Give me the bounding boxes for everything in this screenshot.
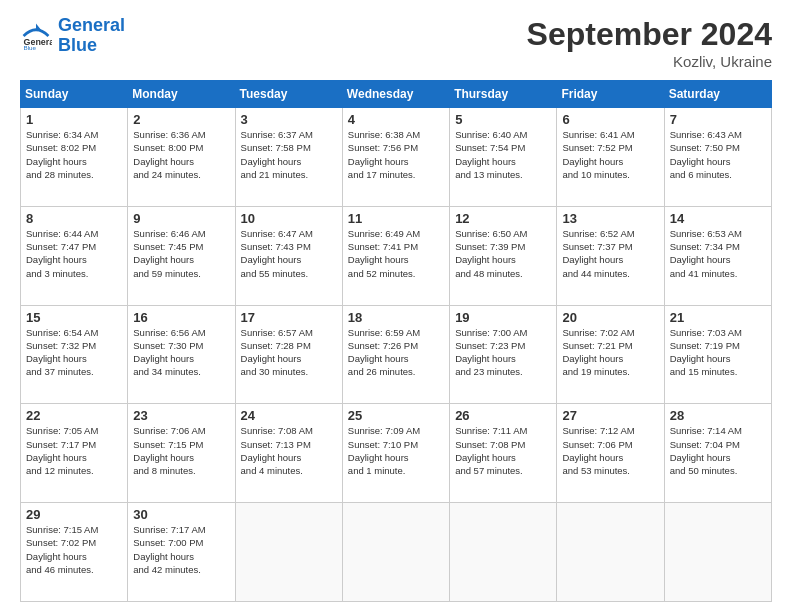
day-number: 8 bbox=[26, 211, 122, 226]
day-number: 23 bbox=[133, 408, 229, 423]
day-info: Sunrise: 6:59 AMSunset: 7:26 PMDaylight … bbox=[348, 326, 444, 379]
calendar-cell: 21 Sunrise: 7:03 AMSunset: 7:19 PMDaylig… bbox=[664, 305, 771, 404]
day-number: 27 bbox=[562, 408, 658, 423]
calendar-cell: 12 Sunrise: 6:50 AMSunset: 7:39 PMDaylig… bbox=[450, 206, 557, 305]
page: General Blue GeneralBlue September 2024 … bbox=[0, 0, 792, 612]
logo-text: GeneralBlue bbox=[58, 16, 125, 56]
day-number: 24 bbox=[241, 408, 337, 423]
day-info: Sunrise: 7:06 AMSunset: 7:15 PMDaylight … bbox=[133, 424, 229, 477]
calendar-cell: 28 Sunrise: 7:14 AMSunset: 7:04 PMDaylig… bbox=[664, 404, 771, 503]
day-number: 11 bbox=[348, 211, 444, 226]
day-number: 13 bbox=[562, 211, 658, 226]
day-number: 1 bbox=[26, 112, 122, 127]
day-number: 2 bbox=[133, 112, 229, 127]
col-sunday: Sunday bbox=[21, 81, 128, 108]
subtitle: Kozliv, Ukraine bbox=[527, 53, 772, 70]
calendar-header-row: Sunday Monday Tuesday Wednesday Thursday… bbox=[21, 81, 772, 108]
day-info: Sunrise: 6:37 AMSunset: 7:58 PMDaylight … bbox=[241, 128, 337, 181]
calendar-cell bbox=[450, 503, 557, 602]
day-info: Sunrise: 7:17 AMSunset: 7:00 PMDaylight … bbox=[133, 523, 229, 576]
col-thursday: Thursday bbox=[450, 81, 557, 108]
day-number: 25 bbox=[348, 408, 444, 423]
calendar-cell: 20 Sunrise: 7:02 AMSunset: 7:21 PMDaylig… bbox=[557, 305, 664, 404]
calendar-cell: 4 Sunrise: 6:38 AMSunset: 7:56 PMDayligh… bbox=[342, 108, 449, 207]
day-info: Sunrise: 6:47 AMSunset: 7:43 PMDaylight … bbox=[241, 227, 337, 280]
logo: General Blue GeneralBlue bbox=[20, 16, 125, 56]
calendar-cell: 17 Sunrise: 6:57 AMSunset: 7:28 PMDaylig… bbox=[235, 305, 342, 404]
day-info: Sunrise: 6:44 AMSunset: 7:47 PMDaylight … bbox=[26, 227, 122, 280]
calendar-cell: 26 Sunrise: 7:11 AMSunset: 7:08 PMDaylig… bbox=[450, 404, 557, 503]
day-info: Sunrise: 7:12 AMSunset: 7:06 PMDaylight … bbox=[562, 424, 658, 477]
calendar-cell: 2 Sunrise: 6:36 AMSunset: 8:00 PMDayligh… bbox=[128, 108, 235, 207]
main-title: September 2024 bbox=[527, 16, 772, 53]
day-info: Sunrise: 7:11 AMSunset: 7:08 PMDaylight … bbox=[455, 424, 551, 477]
day-info: Sunrise: 7:03 AMSunset: 7:19 PMDaylight … bbox=[670, 326, 766, 379]
day-info: Sunrise: 6:38 AMSunset: 7:56 PMDaylight … bbox=[348, 128, 444, 181]
calendar-cell: 16 Sunrise: 6:56 AMSunset: 7:30 PMDaylig… bbox=[128, 305, 235, 404]
logo-icon: General Blue bbox=[20, 20, 52, 52]
calendar-cell: 23 Sunrise: 7:06 AMSunset: 7:15 PMDaylig… bbox=[128, 404, 235, 503]
day-number: 22 bbox=[26, 408, 122, 423]
calendar-cell: 22 Sunrise: 7:05 AMSunset: 7:17 PMDaylig… bbox=[21, 404, 128, 503]
calendar-cell: 19 Sunrise: 7:00 AMSunset: 7:23 PMDaylig… bbox=[450, 305, 557, 404]
day-info: Sunrise: 6:49 AMSunset: 7:41 PMDaylight … bbox=[348, 227, 444, 280]
col-saturday: Saturday bbox=[664, 81, 771, 108]
calendar-cell: 15 Sunrise: 6:54 AMSunset: 7:32 PMDaylig… bbox=[21, 305, 128, 404]
calendar-cell: 9 Sunrise: 6:46 AMSunset: 7:45 PMDayligh… bbox=[128, 206, 235, 305]
calendar-cell: 30 Sunrise: 7:17 AMSunset: 7:00 PMDaylig… bbox=[128, 503, 235, 602]
day-info: Sunrise: 6:53 AMSunset: 7:34 PMDaylight … bbox=[670, 227, 766, 280]
calendar-cell: 25 Sunrise: 7:09 AMSunset: 7:10 PMDaylig… bbox=[342, 404, 449, 503]
calendar-body: 1 Sunrise: 6:34 AMSunset: 8:02 PMDayligh… bbox=[21, 108, 772, 602]
calendar-cell: 11 Sunrise: 6:49 AMSunset: 7:41 PMDaylig… bbox=[342, 206, 449, 305]
day-number: 3 bbox=[241, 112, 337, 127]
day-info: Sunrise: 7:08 AMSunset: 7:13 PMDaylight … bbox=[241, 424, 337, 477]
calendar-row: 1 Sunrise: 6:34 AMSunset: 8:02 PMDayligh… bbox=[21, 108, 772, 207]
calendar-cell: 1 Sunrise: 6:34 AMSunset: 8:02 PMDayligh… bbox=[21, 108, 128, 207]
day-info: Sunrise: 7:09 AMSunset: 7:10 PMDaylight … bbox=[348, 424, 444, 477]
col-tuesday: Tuesday bbox=[235, 81, 342, 108]
col-monday: Monday bbox=[128, 81, 235, 108]
day-info: Sunrise: 6:52 AMSunset: 7:37 PMDaylight … bbox=[562, 227, 658, 280]
calendar-cell: 27 Sunrise: 7:12 AMSunset: 7:06 PMDaylig… bbox=[557, 404, 664, 503]
day-info: Sunrise: 6:36 AMSunset: 8:00 PMDaylight … bbox=[133, 128, 229, 181]
title-block: September 2024 Kozliv, Ukraine bbox=[527, 16, 772, 70]
day-info: Sunrise: 7:15 AMSunset: 7:02 PMDaylight … bbox=[26, 523, 122, 576]
calendar-cell: 14 Sunrise: 6:53 AMSunset: 7:34 PMDaylig… bbox=[664, 206, 771, 305]
calendar-row: 29 Sunrise: 7:15 AMSunset: 7:02 PMDaylig… bbox=[21, 503, 772, 602]
day-number: 14 bbox=[670, 211, 766, 226]
day-number: 26 bbox=[455, 408, 551, 423]
calendar-cell: 24 Sunrise: 7:08 AMSunset: 7:13 PMDaylig… bbox=[235, 404, 342, 503]
calendar-cell bbox=[664, 503, 771, 602]
day-number: 9 bbox=[133, 211, 229, 226]
col-friday: Friday bbox=[557, 81, 664, 108]
header: General Blue GeneralBlue September 2024 … bbox=[20, 16, 772, 70]
day-info: Sunrise: 7:14 AMSunset: 7:04 PMDaylight … bbox=[670, 424, 766, 477]
day-info: Sunrise: 7:05 AMSunset: 7:17 PMDaylight … bbox=[26, 424, 122, 477]
day-info: Sunrise: 6:43 AMSunset: 7:50 PMDaylight … bbox=[670, 128, 766, 181]
day-number: 20 bbox=[562, 310, 658, 325]
day-info: Sunrise: 6:40 AMSunset: 7:54 PMDaylight … bbox=[455, 128, 551, 181]
day-number: 29 bbox=[26, 507, 122, 522]
day-number: 28 bbox=[670, 408, 766, 423]
day-number: 5 bbox=[455, 112, 551, 127]
day-number: 7 bbox=[670, 112, 766, 127]
day-info: Sunrise: 6:54 AMSunset: 7:32 PMDaylight … bbox=[26, 326, 122, 379]
day-number: 21 bbox=[670, 310, 766, 325]
day-number: 17 bbox=[241, 310, 337, 325]
calendar-cell: 8 Sunrise: 6:44 AMSunset: 7:47 PMDayligh… bbox=[21, 206, 128, 305]
calendar-row: 15 Sunrise: 6:54 AMSunset: 7:32 PMDaylig… bbox=[21, 305, 772, 404]
calendar-row: 22 Sunrise: 7:05 AMSunset: 7:17 PMDaylig… bbox=[21, 404, 772, 503]
calendar-cell: 3 Sunrise: 6:37 AMSunset: 7:58 PMDayligh… bbox=[235, 108, 342, 207]
calendar-cell: 5 Sunrise: 6:40 AMSunset: 7:54 PMDayligh… bbox=[450, 108, 557, 207]
calendar-cell: 7 Sunrise: 6:43 AMSunset: 7:50 PMDayligh… bbox=[664, 108, 771, 207]
calendar-cell: 10 Sunrise: 6:47 AMSunset: 7:43 PMDaylig… bbox=[235, 206, 342, 305]
day-number: 12 bbox=[455, 211, 551, 226]
calendar-row: 8 Sunrise: 6:44 AMSunset: 7:47 PMDayligh… bbox=[21, 206, 772, 305]
day-info: Sunrise: 6:34 AMSunset: 8:02 PMDaylight … bbox=[26, 128, 122, 181]
day-info: Sunrise: 6:41 AMSunset: 7:52 PMDaylight … bbox=[562, 128, 658, 181]
col-wednesday: Wednesday bbox=[342, 81, 449, 108]
calendar-cell: 6 Sunrise: 6:41 AMSunset: 7:52 PMDayligh… bbox=[557, 108, 664, 207]
day-info: Sunrise: 6:57 AMSunset: 7:28 PMDaylight … bbox=[241, 326, 337, 379]
calendar-cell: 13 Sunrise: 6:52 AMSunset: 7:37 PMDaylig… bbox=[557, 206, 664, 305]
day-info: Sunrise: 6:56 AMSunset: 7:30 PMDaylight … bbox=[133, 326, 229, 379]
